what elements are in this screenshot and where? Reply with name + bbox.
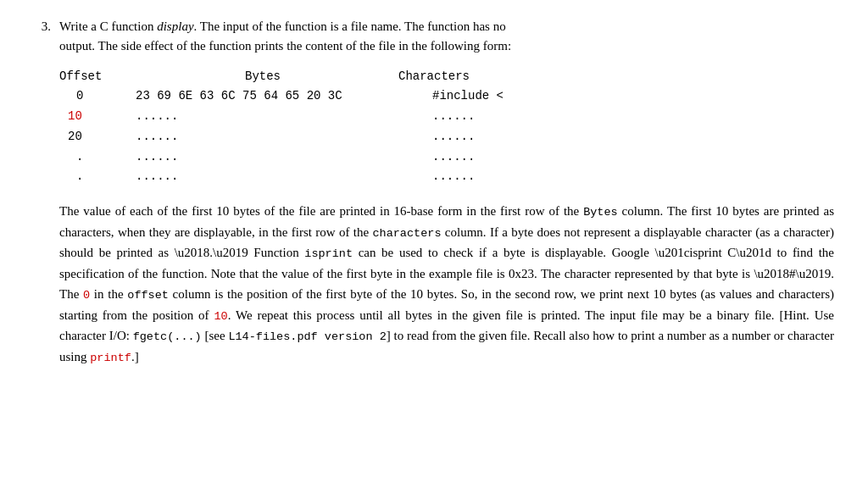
row-bytes-20: ...... xyxy=(127,127,398,147)
desc-bytes-mono: Bytes xyxy=(583,206,618,219)
row-bytes-10: ...... xyxy=(127,107,398,127)
desc-offset-mono: offset xyxy=(127,289,169,302)
row-chars-dot1: ...... xyxy=(398,147,475,168)
description-paragraph: The value of each of the first 10 bytes … xyxy=(59,201,834,367)
table-row: 20 ...... ...... xyxy=(59,127,834,147)
table-row: . ...... ...... xyxy=(59,147,834,168)
intro-text-before: Write a C function xyxy=(59,19,157,33)
desc-text-10: .] xyxy=(131,350,139,363)
row-chars-dot2: ...... xyxy=(398,167,475,187)
header-characters: Characters xyxy=(398,67,470,87)
desc-10-red: 10 xyxy=(214,310,227,323)
row-bytes-dot1: ...... xyxy=(127,147,398,168)
row-chars-10: ...... xyxy=(398,107,475,127)
table-row: 0 23 69 6E 63 6C 75 64 65 20 3C #include… xyxy=(59,86,834,107)
question-number: 3. xyxy=(34,17,51,367)
row-bytes-dot2: ...... xyxy=(127,167,398,187)
desc-printf-red: printf xyxy=(90,352,131,364)
desc-isprint-mono: isprint xyxy=(304,247,353,260)
row-offset-dot2: . xyxy=(59,167,127,187)
table-row: 10 ...... ...... xyxy=(59,107,834,127)
row-chars-20: ...... xyxy=(398,127,475,147)
row-offset-10: 10 xyxy=(59,107,127,127)
table-header-row: Offset Bytes Characters xyxy=(59,67,834,87)
desc-text-8: [see xyxy=(202,329,229,342)
question-3: 3. Write a C function display. The input… xyxy=(34,17,834,367)
table-row: . ...... ...... xyxy=(59,167,834,187)
header-offset: Offset xyxy=(59,67,127,87)
desc-l14-mono: L14-files.pdf version 2 xyxy=(228,330,386,343)
row-bytes-0: 23 69 6E 63 6C 75 64 65 20 3C xyxy=(127,86,398,107)
row-offset-0: 0 xyxy=(59,86,127,107)
function-name-italic: display xyxy=(157,19,193,33)
desc-fgetc-mono: fgetc(...) xyxy=(133,330,202,343)
question-body: Write a C function display. The input of… xyxy=(59,17,834,367)
row-offset-20: 20 xyxy=(59,127,127,147)
desc-text-1: The value of each of the first 10 bytes … xyxy=(59,204,583,218)
intro-text-after: . The input of the function is a file na… xyxy=(194,19,506,33)
desc-characters-mono: characters xyxy=(372,227,441,240)
desc-0-red: 0 xyxy=(83,289,90,302)
intro-line2: output. The side effect of the function … xyxy=(59,39,511,53)
display-table: Offset Bytes Characters 0 23 69 6E 63 6C… xyxy=(59,67,834,188)
row-offset-dot1: . xyxy=(59,147,127,168)
row-chars-0: #include < xyxy=(398,86,504,107)
question-intro: Write a C function display. The input of… xyxy=(59,17,834,57)
desc-text-5: in the xyxy=(90,287,127,301)
header-bytes: Bytes xyxy=(127,67,398,87)
